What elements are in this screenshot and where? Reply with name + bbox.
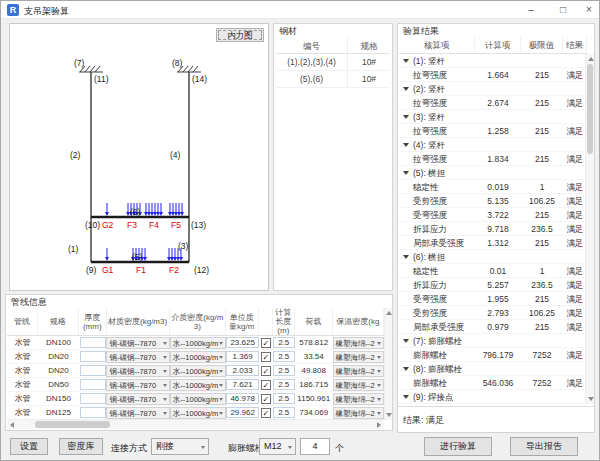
steel-table-header: 编号 规格 (276, 38, 390, 54)
chevron-down-icon (219, 412, 223, 415)
scroll-up-icon[interactable] (386, 311, 392, 315)
results-group-row[interactable]: (4): 竖杆 (399, 138, 587, 152)
group-label: (4): 竖杆 (413, 138, 445, 151)
medium-density-select[interactable]: 水--1000kg/m (170, 365, 227, 377)
insulation-density-select[interactable]: 橡塑海绵--2 (333, 365, 384, 377)
results-item-row: 拉弯强度1.834215满足 (399, 152, 587, 166)
result-value: 满足 (563, 124, 587, 137)
scroll-thumb[interactable] (587, 64, 593, 154)
collapse-icon[interactable] (403, 143, 409, 147)
bolt-count-input[interactable]: 4 (300, 438, 330, 455)
maximize-button[interactable]: □ (549, 1, 577, 19)
unit-mass-checkbox[interactable]: ✓ (261, 408, 271, 418)
unit-mass-checkbox[interactable]: ✓ (261, 366, 271, 376)
collapse-icon[interactable] (403, 171, 409, 175)
collapse-icon[interactable] (403, 115, 409, 119)
export-report-button[interactable]: 导出报告 (510, 437, 578, 456)
scroll-up-icon[interactable] (588, 57, 594, 61)
unit-mass-checkbox[interactable]: ✓ (261, 394, 271, 404)
chevron-down-icon (377, 384, 381, 387)
scroll-down-icon[interactable] (386, 413, 392, 417)
calc-length-input[interactable]: 2.5 (273, 365, 295, 376)
thickness-input[interactable] (80, 407, 106, 418)
result-value: 满足 (563, 292, 587, 305)
close-button[interactable]: × (577, 1, 600, 19)
insulation-density-select[interactable]: 橡塑海绵--2 (333, 351, 384, 363)
settings-button[interactable]: 设置 (10, 438, 48, 455)
results-group-row[interactable]: (1): 竖杆 (399, 54, 587, 68)
unit-mass-checkbox[interactable]: ✓ (261, 352, 271, 362)
scroll-thumb[interactable] (35, 421, 110, 428)
run-verification-button[interactable]: 进行验算 (424, 437, 492, 456)
calc-length-input[interactable]: 2.5 (273, 407, 295, 418)
steel-number: (5),(6) (276, 71, 348, 87)
scroll-right-icon[interactable] (377, 422, 381, 428)
thickness-input[interactable] (80, 365, 106, 376)
collapse-icon[interactable] (403, 59, 409, 63)
unit-mass-input[interactable]: 1.369 (226, 351, 259, 362)
scroll-left-icon[interactable] (10, 422, 14, 428)
results-group-row[interactable]: (9): 焊接点 (399, 390, 587, 404)
limit-value: 215 (521, 152, 563, 165)
thickness-input[interactable] (80, 351, 106, 362)
collapse-icon[interactable] (403, 87, 409, 91)
collapse-icon[interactable] (403, 339, 409, 343)
insulation-density-select[interactable]: 橡塑海绵--2 (333, 407, 384, 419)
results-group-row[interactable]: (2): 竖杆 (399, 82, 587, 96)
pipes-hscrollbar[interactable] (7, 419, 384, 429)
unit-mass-input[interactable]: 7.621 (226, 379, 259, 390)
medium-density-select[interactable]: 水--1000kg/m (170, 337, 227, 349)
collapse-icon[interactable] (403, 367, 409, 371)
density-library-button[interactable]: 密度库 (59, 438, 103, 455)
thickness-input[interactable] (80, 379, 106, 390)
steel-table: 编号 规格 (1),(2),(3),(4)10#(5),(6)10# (276, 38, 390, 88)
diagram-label: (8) (172, 58, 182, 68)
minimize-button[interactable]: – (517, 1, 545, 19)
medium-density-select[interactable]: 水--1000kg/m (170, 379, 227, 391)
pipes-panel-title: 管线信息 (9, 296, 49, 309)
results-scrollbar[interactable] (585, 54, 594, 404)
unit-mass-checkbox[interactable]: ✓ (261, 338, 271, 348)
thickness-input[interactable] (80, 337, 106, 348)
unit-mass-checkbox[interactable]: ✓ (261, 380, 271, 390)
material-density-select[interactable]: 钢-碳钢--7870 (106, 365, 169, 377)
results-group-row[interactable]: (6): 横担 (399, 250, 587, 264)
collapse-icon[interactable] (403, 255, 409, 259)
connection-type-select[interactable]: 刚接 (151, 438, 209, 455)
internal-force-button[interactable]: 内力图 (216, 28, 264, 42)
results-group-row[interactable]: (5): 横担 (399, 166, 587, 180)
unit-mass-input[interactable]: 46.978 (226, 393, 259, 404)
calc-length-input[interactable]: 2.5 (273, 393, 295, 404)
calc-length-input[interactable]: 2.5 (273, 351, 295, 362)
results-group-row[interactable]: (7): 膨胀螺栓 (399, 334, 587, 348)
unit-mass-input[interactable]: 29.962 (226, 407, 259, 418)
medium-density-select[interactable]: 水--1000kg/m (170, 393, 227, 405)
material-density-select[interactable]: 钢-碳钢--7870 (106, 379, 169, 391)
insulation-density-select[interactable]: 橡塑海绵--2 (333, 337, 384, 349)
insulation-density-select[interactable]: 橡塑海绵--2 (333, 379, 384, 391)
unit-mass-input[interactable]: 23.625 (226, 337, 259, 348)
collapse-icon[interactable] (403, 395, 409, 399)
pipes-vscrollbar[interactable] (384, 308, 392, 420)
material-density-select[interactable]: 钢-碳钢--7870 (106, 393, 169, 405)
results-group-row[interactable]: (8): 膨胀螺栓 (399, 362, 587, 376)
pipes-col-header: 规格 (38, 308, 79, 335)
chevron-down-icon (219, 342, 223, 345)
calc-length-input[interactable]: 2.5 (273, 337, 295, 348)
results-group-row[interactable]: (3): 竖杆 (399, 110, 587, 124)
chevron-down-icon (288, 446, 292, 449)
material-density-select[interactable]: 钢-碳钢--7870 (106, 337, 169, 349)
thickness-input[interactable] (80, 393, 106, 404)
medium-density-select[interactable]: 水--1000kg/m (170, 407, 227, 419)
material-density-select[interactable]: 钢-碳钢--7870 (106, 407, 169, 419)
scroll-down-icon[interactable] (588, 397, 594, 401)
medium-density-select[interactable]: 水--1000kg/m (170, 351, 227, 363)
calc-length-input[interactable]: 2.5 (273, 379, 295, 390)
unit-mass-input[interactable]: 2.033 (226, 365, 259, 376)
material-density-select[interactable]: 钢-碳钢--7870 (106, 351, 169, 363)
pipes-table-header: 管线规格厚度(mm)材质密度(kg/m3)介质密度(kg/m3)单位质量kg/m… (7, 308, 384, 336)
selected-value: 橡塑海绵--2 (336, 339, 375, 348)
insulation-density-select[interactable]: 橡塑海绵--2 (333, 393, 384, 405)
bolt-size-select[interactable]: M12 (259, 438, 296, 455)
pipe-load: 734.069 (299, 408, 328, 417)
